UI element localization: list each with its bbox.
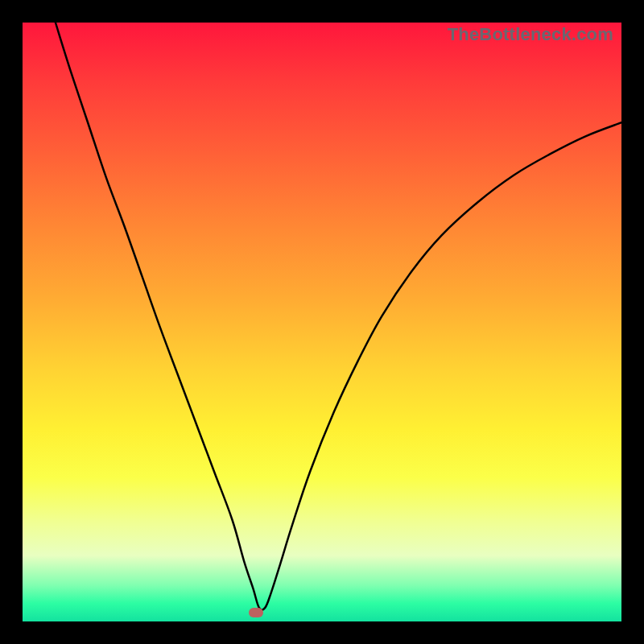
chart-frame: TheBottleneck.com [0, 0, 644, 644]
bottleneck-curve [23, 23, 621, 621]
bottleneck-marker [249, 608, 263, 617]
plot-area: TheBottleneck.com [23, 23, 621, 621]
